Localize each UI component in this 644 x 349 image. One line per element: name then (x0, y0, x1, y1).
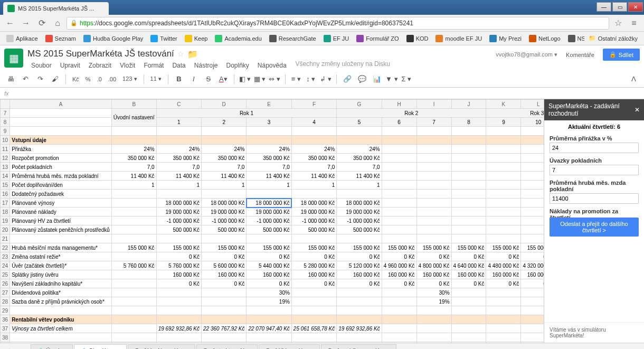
redo-icon[interactable]: ↷ (34, 73, 46, 86)
menu-item[interactable]: Data (168, 60, 189, 71)
bookmark-icon (185, 35, 192, 42)
chrome-menu-icon[interactable]: ≡ (627, 18, 641, 28)
menu-item[interactable]: Soubor (27, 60, 55, 71)
bookmark-item[interactable]: EF JU (320, 34, 353, 43)
percent-format[interactable]: % (83, 76, 93, 82)
folder-icon[interactable]: 📁 (187, 49, 198, 59)
bookmark-item[interactable]: Seznam (42, 34, 79, 43)
bookmark-icon (324, 35, 331, 42)
font-size[interactable]: 11 ▾ (148, 76, 164, 82)
bookmark-icon (150, 35, 158, 42)
panel-field-label: Úvazky pokladních (550, 157, 639, 164)
valign-icon[interactable]: ↕ ▾ (305, 73, 317, 86)
sheet-tabs: + ≡ 🔒Úvod▼🔒Simulátor▼Graf V a N vs plán▼… (0, 343, 644, 349)
filter-icon[interactable]: ▼ ▾ (385, 73, 398, 86)
wrap-icon[interactable]: ↲ ▾ (319, 73, 332, 86)
paint-icon[interactable]: 🖌 (49, 73, 61, 86)
back-button[interactable]: ← (3, 16, 17, 30)
add-sheet-button[interactable]: + (3, 346, 16, 350)
link-icon[interactable]: 🔗 (341, 73, 354, 86)
italic-icon[interactable]: I (187, 73, 200, 86)
bookmark-item[interactable]: Formulář ZO (353, 34, 402, 43)
home-button[interactable]: ⌂ (51, 16, 64, 30)
bookmark-icon (356, 35, 364, 42)
bookmark-item[interactable]: NetLogo (526, 34, 564, 43)
strike-icon[interactable]: S (202, 73, 215, 86)
menu-item[interactable]: Vložit (116, 60, 139, 71)
forward-button[interactable]: → (19, 16, 33, 30)
star-button[interactable]: ☆ (611, 16, 625, 30)
bookmark-icon (269, 35, 277, 42)
panel-input[interactable] (550, 165, 639, 175)
dec-more[interactable]: .00 (106, 76, 118, 82)
comment-icon[interactable]: 💬 (356, 73, 368, 86)
bookmark-item[interactable]: ResearchGate (266, 34, 319, 43)
borders-icon[interactable]: ▦ ▾ (253, 73, 266, 86)
menu-item[interactable]: Doplňky (222, 60, 252, 71)
sheets-logo-icon[interactable]: ▦ (4, 49, 23, 68)
menu-item[interactable]: Zobrazit (85, 60, 115, 71)
chart-icon[interactable]: 📊 (371, 73, 383, 86)
user-email[interactable]: vvojtko78@gmail.com ▾ (496, 51, 557, 58)
sheet-tab[interactable]: Graf HV vs plán▼ (259, 344, 320, 349)
bookmark-item[interactable]: KOD (403, 34, 432, 43)
sheet-tab[interactable]: 🔒Simulátor▼ (74, 344, 127, 349)
sheets-favicon (7, 5, 15, 12)
bookmark-item[interactable]: Hudba Google Play (80, 34, 146, 43)
halign-icon[interactable]: ≡ ▾ (290, 73, 302, 86)
document-title[interactable]: MS 2015 SuperMarkéta JŠ testování (27, 49, 174, 59)
all-sheets-button[interactable]: ≡ (17, 346, 30, 350)
currency-format[interactable]: Kč (70, 76, 81, 82)
functions-icon[interactable]: Σ ▾ (400, 73, 413, 86)
num-format[interactable]: 123 ▾ (120, 76, 139, 82)
menu-item[interactable]: Formát (140, 60, 167, 71)
sheet-tab[interactable]: Graf cashflow vs plán▼ (321, 344, 396, 349)
save-status: Všechny změny uloženy na Disku (296, 60, 390, 71)
sheets-toolbar: 🖶 ↶ ↷ 🖌 Kč % .0 .00 123 ▾ 11 ▾ B I S A ▾… (0, 71, 644, 88)
submit-button[interactable]: Odeslat a přejít do dalšího čtvrtletí > (550, 218, 639, 237)
fill-color-icon[interactable]: ◧ ▾ (239, 73, 251, 86)
formula-bar[interactable]: fx (0, 88, 644, 99)
text-color-icon[interactable]: A ▾ (217, 73, 230, 86)
menu-item[interactable]: Upravit (56, 60, 84, 71)
minimize-button[interactable]: — (596, 2, 611, 12)
menu-item[interactable]: Nápověda (254, 60, 290, 71)
tab-title: MS 2015 SuperMarkéta JŠ ... (18, 5, 94, 12)
bookmark-item[interactable]: NSA310 (565, 34, 584, 43)
bold-icon[interactable]: B (173, 73, 185, 86)
collapse-toolbar-icon[interactable]: ᐱ (627, 73, 640, 86)
bookmark-icon (215, 35, 222, 42)
comments-button[interactable]: Komentáře (562, 50, 599, 60)
star-icon[interactable]: ☆ (177, 50, 184, 58)
merge-icon[interactable]: ⇔ ▾ (268, 73, 281, 86)
print-icon[interactable]: 🖶 (4, 73, 17, 86)
panel-close-icon[interactable]: ✕ (634, 106, 640, 114)
maximize-button[interactable]: ▭ (612, 2, 627, 12)
panel-input[interactable] (550, 193, 639, 204)
menu-item[interactable]: Nástroje (191, 60, 222, 71)
other-bookmarks[interactable]: 📁 Ostatní záložky (585, 34, 641, 43)
browser-tab[interactable]: MS 2015 SuperMarkéta JŠ ... (3, 2, 109, 15)
bookmark-item[interactable]: Academia.edu (212, 34, 264, 43)
bookmark-icon (83, 35, 91, 42)
browser-titlebar: MS 2015 SuperMarkéta JŠ ... — ▭ ✕ (0, 0, 644, 15)
undo-icon[interactable]: ↶ (19, 73, 32, 86)
bookmark-item[interactable]: My Prezi (486, 34, 525, 43)
share-button[interactable]: 🔒 Sdílet (603, 49, 640, 61)
apps-button[interactable]: Aplikace (3, 34, 41, 43)
sheet-tab[interactable]: 🔒Úvod▼ (31, 344, 73, 349)
dec-less[interactable]: .0 (95, 76, 104, 82)
sheet-tab[interactable]: Graf struktura N▼ (196, 344, 258, 349)
panel-subtitle: Aktuální čtvrtletí: 6 (544, 120, 644, 133)
sheet-tab[interactable]: Graf V a N vs plán▼ (128, 344, 195, 349)
bookmark-item[interactable]: Keep (182, 34, 211, 43)
url-bar[interactable]: 🔒 https://docs.google.com/spreadsheets/d… (67, 17, 609, 30)
lock-icon: 🔒 (70, 20, 78, 26)
panel-input[interactable] (550, 143, 639, 153)
reload-button[interactable]: ⟳ (35, 16, 49, 30)
panel-field-label: Náklady na promotion za čtvrtletí (550, 208, 639, 218)
close-button[interactable]: ✕ (628, 2, 643, 12)
spreadsheet-grid[interactable]: ABCDEFGHIJKLM7Úvodní nastaveníRok 1Rok 2… (0, 99, 544, 343)
bookmark-item[interactable]: Twitter (147, 34, 180, 43)
bookmark-item[interactable]: moodle EF JU (432, 34, 485, 43)
